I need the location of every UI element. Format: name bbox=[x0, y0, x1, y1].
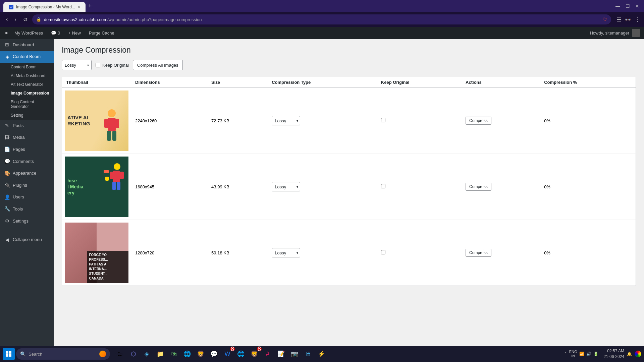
taskbar-brave-2[interactable]: 🦁 8 bbox=[248, 348, 260, 360]
taskbar-app[interactable]: ⚡ bbox=[315, 348, 327, 360]
keep-original-check-3[interactable] bbox=[381, 250, 385, 254]
posts-label: Posts bbox=[13, 123, 24, 129]
col-dimensions: Dimensions bbox=[131, 77, 207, 88]
brave-badge: 8 bbox=[257, 347, 262, 351]
compress-btn-3[interactable]: Compress bbox=[466, 249, 491, 257]
svg-rect-8 bbox=[110, 172, 114, 179]
row-compression-select-1[interactable]: Lossy Lossless bbox=[272, 116, 300, 125]
sidebar-item-plugins[interactable]: 🔌 Plugins bbox=[0, 179, 54, 191]
sidebar-item-tools[interactable]: 🔧 Tools bbox=[0, 203, 54, 215]
taskbar-brave[interactable]: 🦁 bbox=[195, 348, 207, 360]
sidebar-item-media[interactable]: 🖼 Media bbox=[0, 132, 54, 144]
sidebar-item-pages[interactable]: 📄 Pages bbox=[0, 143, 54, 156]
sidebar-sub-setting[interactable]: Setting bbox=[0, 111, 54, 120]
browser-tab-active[interactable]: W Image Compression ‹ My Word... × bbox=[3, 2, 86, 12]
date-display: 21-06-2024 bbox=[604, 354, 624, 360]
admin-bar-new[interactable]: + New bbox=[65, 27, 84, 39]
sidebar-item-content-boom[interactable]: ◈ Content Boom bbox=[0, 51, 54, 63]
menu-btn[interactable]: ⋮ bbox=[635, 16, 640, 23]
sidebar-sub-image-compression[interactable]: Image Compression bbox=[0, 89, 54, 98]
sidebar-item-users[interactable]: 👤 Users bbox=[0, 191, 54, 203]
taskbar-camera[interactable]: 📷 bbox=[288, 348, 301, 360]
taskbar-chrome[interactable]: 🌐 bbox=[181, 348, 193, 360]
sidebar-sub-ai-meta[interactable]: AI Meta Dashboard bbox=[0, 71, 54, 80]
sidebar-item-dashboard[interactable]: ⊞ Dashboard bbox=[0, 39, 54, 51]
minimize-btn[interactable]: — bbox=[614, 2, 622, 10]
taskbar-slack[interactable]: # bbox=[262, 348, 274, 360]
maximize-btn[interactable]: ☐ bbox=[624, 2, 631, 10]
taskbar-chrome-2[interactable]: 🌐 bbox=[235, 348, 247, 360]
sidebar-main-menu: ✎ Posts 🖼 Media 📄 Pages 💬 Comments 🎨 App… bbox=[0, 120, 54, 246]
row-compression-select-2[interactable]: Lossy Lossless bbox=[272, 182, 300, 191]
compress-btn-1[interactable]: Compress bbox=[466, 117, 491, 125]
sidebar-sub-blog-content[interactable]: Blog Content Generator bbox=[0, 98, 54, 111]
glasses-btn[interactable]: 👓 bbox=[625, 16, 631, 23]
col-size: Size bbox=[207, 77, 268, 88]
sidebar-item-settings[interactable]: ⚙ Settings bbox=[0, 215, 54, 227]
lang-indicator: ENGIN bbox=[569, 350, 577, 358]
actions-cell-3: Compress bbox=[462, 220, 540, 286]
admin-bar-purge-cache[interactable]: Purge Cache bbox=[86, 27, 118, 39]
taskbar-store[interactable]: 🛍 bbox=[168, 348, 180, 360]
taskbar-file-explorer[interactable]: 🗂 bbox=[114, 348, 126, 360]
dashboard-icon: ⊞ bbox=[4, 42, 10, 48]
back-btn[interactable]: ‹ bbox=[4, 15, 10, 24]
compression-type-select[interactable]: Lossy Lossless bbox=[62, 60, 92, 70]
images-table: Thumbnail Dimensions Size Compression Ty… bbox=[62, 77, 636, 286]
appearance-label: Appearance bbox=[13, 170, 36, 176]
plus-icon: + bbox=[68, 31, 71, 36]
taskbar-editor[interactable]: ◈ bbox=[141, 348, 153, 360]
keep-original-checkbox[interactable] bbox=[96, 63, 100, 67]
sidebar-item-posts[interactable]: ✎ Posts bbox=[0, 120, 54, 132]
site-name: My WordPress bbox=[14, 31, 43, 36]
svg-rect-7 bbox=[113, 171, 120, 182]
admin-bar-comments[interactable]: 💬 0 bbox=[48, 27, 63, 39]
bookmarks-btn[interactable]: ☰ bbox=[616, 16, 621, 23]
comments-icon: 💬 bbox=[51, 31, 56, 36]
row-compression-select-3[interactable]: Lossy Lossless bbox=[272, 248, 300, 257]
address-bar-input[interactable]: 🔒 demosite.awsus2.cdn-alpha.com/wp-admin… bbox=[32, 14, 611, 24]
thumbnail-cell: ATIVE AIRKETING bbox=[62, 88, 131, 154]
thumbnail-2: hisel Mediaery bbox=[65, 157, 128, 217]
lock-icon: 🔒 bbox=[36, 17, 41, 22]
taskbar-remote[interactable]: 🖥 bbox=[302, 348, 314, 360]
compression-type-cell-2: Lossy Lossless ▾ bbox=[268, 154, 377, 220]
sidebar-sub-content-boom[interactable]: Content Boom bbox=[0, 63, 54, 71]
chevron-up-icon[interactable]: ⌃ bbox=[564, 352, 567, 356]
close-btn[interactable]: ✕ bbox=[634, 2, 641, 10]
browser-chrome: W Image Compression ‹ My Word... × + — ☐… bbox=[0, 0, 644, 12]
dimensions-2: 1680x945 bbox=[131, 154, 207, 220]
taskbar-search-box[interactable]: 🔍 Search bbox=[16, 348, 110, 360]
taskbar-whatsapp[interactable]: 💬 bbox=[208, 348, 220, 360]
sidebar-sub-alt-text[interactable]: Alt Text Generator bbox=[0, 80, 54, 89]
size-3: 59.18 KB bbox=[207, 220, 268, 286]
admin-bar-site[interactable]: My WordPress bbox=[11, 27, 46, 39]
new-tab-btn[interactable]: + bbox=[86, 3, 95, 10]
taskbar-folder[interactable]: 📁 bbox=[154, 348, 166, 360]
sidebar-item-collapse[interactable]: ◀ Collapse menu bbox=[0, 234, 54, 246]
taskbar-teams[interactable]: ⬡ bbox=[127, 348, 140, 360]
wp-badge: 8 bbox=[230, 347, 235, 351]
keep-original-check-1[interactable] bbox=[381, 118, 385, 122]
wp-logo[interactable]: ⚭ bbox=[4, 30, 8, 36]
notification-icon[interactable]: 🔔 bbox=[627, 352, 632, 356]
settings-icon: ⚙ bbox=[4, 218, 10, 225]
svg-rect-17 bbox=[9, 354, 11, 357]
compress-all-button[interactable]: Compress All Images bbox=[133, 60, 183, 70]
forward-btn[interactable]: › bbox=[12, 15, 18, 24]
brave-shield-icon[interactable]: 🛡 bbox=[602, 17, 607, 22]
compress-btn-2[interactable]: Compress bbox=[466, 183, 491, 191]
reload-btn[interactable]: ↺ bbox=[21, 15, 30, 24]
thumbnail-cell-3: FORGE YOPROFESS...PATH AS AINTERNA...STU… bbox=[62, 220, 131, 286]
start-button[interactable] bbox=[3, 348, 15, 360]
keep-original-check-2[interactable] bbox=[381, 184, 385, 188]
tab-close-btn[interactable]: × bbox=[78, 5, 80, 9]
sidebar-item-appearance[interactable]: 🎨 Appearance bbox=[0, 168, 54, 180]
sidebar-item-comments[interactable]: 💬 Comments bbox=[0, 156, 54, 168]
table-row: ATIVE AIRKETING bbox=[62, 88, 636, 154]
keep-original-cell-1 bbox=[377, 88, 462, 154]
svg-rect-4 bbox=[107, 131, 111, 141]
taskbar-wp[interactable]: W 8 bbox=[221, 348, 233, 360]
compression-type-select-wrap: Lossy Lossless ▾ bbox=[62, 60, 92, 70]
taskbar-notes[interactable]: 📝 bbox=[275, 348, 287, 360]
